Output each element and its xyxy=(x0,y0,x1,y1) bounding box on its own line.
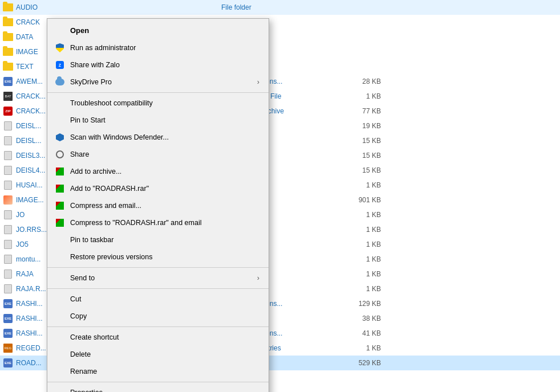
cloud-icon xyxy=(55,79,64,85)
menu-item-add-to-roadrashrar[interactable]: Add to "ROADRASH.rar" xyxy=(47,180,269,197)
file-icon-container xyxy=(2,209,14,220)
archive-icon xyxy=(56,168,64,175)
file-size: 129 KB xyxy=(335,300,381,308)
menu-item-icon xyxy=(54,251,66,263)
file-icon-container: EXE xyxy=(2,328,14,339)
file-size: 529 KB xyxy=(335,359,381,367)
submenu-arrow-icon: › xyxy=(257,274,259,282)
no-icon xyxy=(56,389,64,392)
exe-icon: EXE xyxy=(3,329,13,338)
menu-item-icon xyxy=(54,332,66,343)
menu-item-label: Pin to taskbar xyxy=(70,236,113,244)
file-icon xyxy=(4,255,12,264)
menu-item-label: Open xyxy=(70,26,89,35)
menu-item-compress-to-roadrashrar-and-email[interactable]: Compress to "ROADRASH.rar" and email xyxy=(47,214,269,231)
archive-icon xyxy=(56,202,64,210)
file-icon-container xyxy=(2,2,14,13)
menu-item-share[interactable]: Share xyxy=(47,146,269,163)
menu-item-scan-with-windows-defender[interactable]: Scan with Windows Defender... xyxy=(47,129,269,146)
menu-divider xyxy=(47,382,269,382)
file-size: 77 KB xyxy=(335,107,381,115)
menu-item-add-to-archive[interactable]: Add to archive... xyxy=(47,163,269,180)
folder-icon xyxy=(3,63,13,71)
menu-item-label: Scan with Windows Defender... xyxy=(70,133,169,141)
menu-item-icon xyxy=(54,234,66,246)
folder-icon xyxy=(3,48,13,56)
file-type: File folder xyxy=(221,3,335,11)
archive-icon xyxy=(56,185,64,193)
menu-item-icon xyxy=(54,115,66,126)
menu-item-label: Rename xyxy=(70,368,97,375)
file-size: 1 KB xyxy=(335,344,381,352)
menu-item-open[interactable]: Open xyxy=(47,21,269,39)
menu-item-icon xyxy=(54,387,66,392)
exe-icon: EXE xyxy=(3,358,13,368)
file-size: 15 KB xyxy=(335,137,381,145)
no-icon xyxy=(56,295,64,303)
no-icon xyxy=(56,312,64,320)
menu-item-label: Share xyxy=(70,150,89,158)
menu-item-label: Properties xyxy=(70,389,103,392)
zalo-icon: Z xyxy=(56,61,64,69)
file-size: 15 KB xyxy=(335,166,381,174)
file-icon-container xyxy=(2,165,14,176)
file-size: 28 KB xyxy=(335,77,381,85)
file-icon-container xyxy=(2,46,14,58)
menu-item-send-to[interactable]: Send to› xyxy=(47,270,269,287)
menu-divider xyxy=(47,288,269,289)
bat-icon: BAT xyxy=(3,92,13,101)
menu-item-copy[interactable]: Copy xyxy=(47,308,269,325)
file-size: 1 KB xyxy=(335,240,381,248)
file-icon-container xyxy=(2,31,14,43)
file-size: 1 KB xyxy=(335,255,381,263)
file-icon-container: BAT xyxy=(2,91,14,102)
file-icon xyxy=(4,121,12,130)
file-size: 1 KB xyxy=(335,181,381,189)
menu-item-compress-and-email[interactable]: Compress and email... xyxy=(47,197,269,214)
menu-item-label: Add to archive... xyxy=(70,168,121,175)
menu-item-label: Compress and email... xyxy=(70,202,141,210)
menu-item-rename[interactable]: Rename xyxy=(47,363,269,380)
file-size: 1 KB xyxy=(335,285,381,293)
file-size: 41 KB xyxy=(335,329,381,337)
file-size: 15 KB xyxy=(335,152,381,160)
menu-item-icon xyxy=(54,42,66,54)
no-icon xyxy=(56,253,64,261)
file-icon-container xyxy=(2,120,14,132)
menu-item-restore-previous-versions[interactable]: Restore previous versions xyxy=(47,248,269,266)
menu-item-icon xyxy=(54,349,66,360)
no-icon xyxy=(56,274,64,282)
menu-item-share-with-zalo[interactable]: ZShare with Zalo xyxy=(47,56,269,74)
file-icon-container xyxy=(2,239,14,250)
file-row[interactable]: AUDIO File folder xyxy=(0,0,560,15)
menu-item-create-shortcut[interactable]: Create shortcut xyxy=(47,329,269,346)
menu-item-cut[interactable]: Cut xyxy=(47,291,269,308)
file-name: AUDIO xyxy=(16,3,130,11)
file-icon-container: ZIP xyxy=(2,105,14,117)
menu-item-label: Run as administrator xyxy=(70,44,136,52)
file-size: 1 KB xyxy=(335,226,381,234)
menu-item-run-as-administrator[interactable]: Run as administrator xyxy=(47,39,269,56)
file-icon-container xyxy=(2,179,14,191)
menu-item-label: Copy xyxy=(70,312,87,320)
file-icon-container xyxy=(2,283,14,295)
menu-item-skydrive-pro[interactable]: SkyDrive Pro› xyxy=(47,74,269,91)
share-icon xyxy=(56,150,64,158)
no-icon xyxy=(56,26,64,34)
file-icon-container: EXE xyxy=(2,76,14,87)
menu-item-pin-to-start[interactable]: Pin to Start xyxy=(47,112,269,129)
zip-icon: ZIP xyxy=(3,107,13,116)
menu-item-label: Cut xyxy=(70,295,81,303)
reg-icon: REG xyxy=(3,344,13,353)
menu-item-properties[interactable]: Properties xyxy=(47,384,269,392)
menu-item-pin-to-taskbar[interactable]: Pin to taskbar xyxy=(47,231,269,248)
file-icon-container xyxy=(2,268,14,280)
menu-item-delete[interactable]: Delete xyxy=(47,346,269,363)
file-icon-container: EXE xyxy=(2,313,14,324)
menu-item-troubleshoot-compatibility[interactable]: Troubleshoot compatibility xyxy=(47,95,269,112)
menu-item-icon xyxy=(54,366,66,377)
folder-icon xyxy=(3,18,13,26)
file-icon xyxy=(4,181,12,190)
menu-divider xyxy=(47,326,269,327)
exe-icon: EXE xyxy=(3,314,13,323)
